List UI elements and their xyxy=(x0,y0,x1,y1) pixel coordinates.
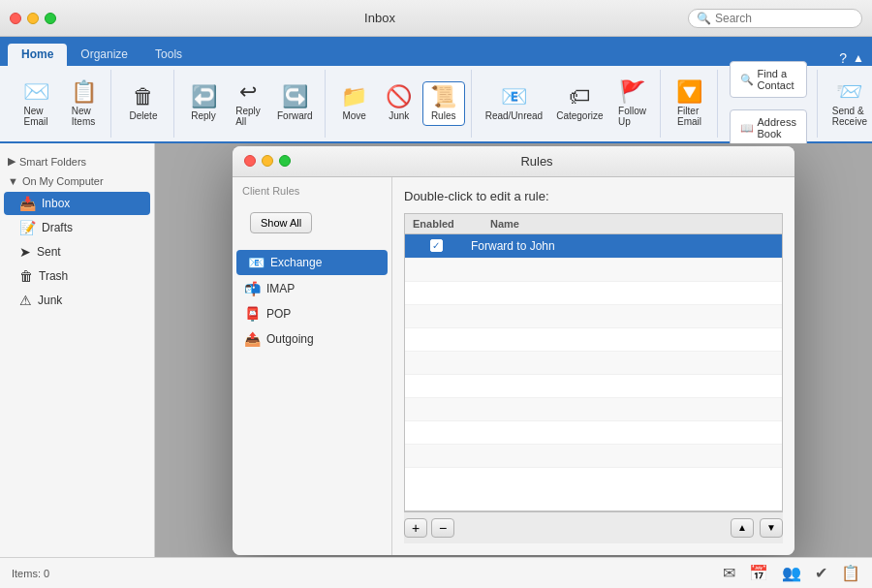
categorize-button[interactable]: 🏷 Categorize xyxy=(550,82,608,125)
rules-nav-pop[interactable]: 📮 POP xyxy=(233,301,391,326)
sidebar-item-trash[interactable]: 🗑 Trash xyxy=(4,264,150,288)
send-receive-button[interactable]: 📨 Send &Receive xyxy=(825,77,872,131)
address-book-button[interactable]: 📖 Address Book xyxy=(730,109,807,146)
reply-label: Reply xyxy=(191,110,216,121)
move-icon: 📁 xyxy=(341,86,367,108)
search-input[interactable] xyxy=(715,12,851,25)
reply-all-button[interactable]: ↩ ReplyAll xyxy=(227,77,269,131)
ribbon-group-filter: 🔽 FilterEmail xyxy=(663,70,718,138)
contacts-status-icon[interactable]: 👥 xyxy=(782,564,801,582)
table-row xyxy=(405,445,782,468)
ribbon-group-respond: ↩️ Reply ↩ ReplyAll ↪️ Forward xyxy=(176,70,326,138)
rules-button[interactable]: 📜 Rules xyxy=(422,81,465,126)
trash-icon: 🗑 xyxy=(19,268,33,284)
read-unread-button[interactable]: 📧 Read/Unread xyxy=(480,82,548,125)
delete-icon: 🗑 xyxy=(133,86,154,108)
find-contact-button[interactable]: 🔍 Find a Contact xyxy=(730,61,807,98)
filter-icon: 🔽 xyxy=(676,81,702,103)
reply-button[interactable]: ↩️ Reply xyxy=(182,82,225,125)
modal-title-bar: Rules xyxy=(233,146,794,177)
collapse-icon[interactable]: ▲ xyxy=(853,51,864,65)
categorize-icon: 🏷 xyxy=(569,86,590,108)
table-row xyxy=(405,305,782,328)
content-area: Rules Client Rules Show All 📧 xyxy=(155,143,872,557)
status-bar: Items: 0 ✉ 📅 👥 ✔ 📋 xyxy=(0,557,872,588)
read-unread-icon: 📧 xyxy=(501,86,527,108)
move-label: Move xyxy=(342,110,365,121)
tab-tools[interactable]: Tools xyxy=(141,44,196,66)
on-my-computer-label: On My Computer xyxy=(22,175,104,187)
rules-footer: + − ▲ ▼ xyxy=(404,511,783,543)
show-all-button[interactable]: Show All xyxy=(250,212,312,233)
find-contact-icon: 🔍 xyxy=(740,74,754,86)
client-rules-label: Client Rules xyxy=(242,185,299,197)
table-row[interactable]: ✓ Forward to John xyxy=(405,234,782,259)
window-controls xyxy=(10,13,56,24)
forward-icon: ↪️ xyxy=(282,86,308,108)
notes-status-icon[interactable]: 📋 xyxy=(841,564,860,582)
check-column: ✓ xyxy=(413,239,459,252)
sidebar-item-inbox[interactable]: 📥 Inbox xyxy=(4,192,150,215)
sidebar-item-junk[interactable]: ⚠ Junk xyxy=(4,289,150,312)
modal-maximize-button[interactable] xyxy=(279,155,291,167)
help-icon[interactable]: ? xyxy=(839,50,847,66)
new-items-label: NewItems xyxy=(72,106,95,127)
calendar-status-icon[interactable]: 📅 xyxy=(749,564,768,582)
sidebar-item-drafts[interactable]: 📝 Drafts xyxy=(4,216,150,239)
sent-icon: ➤ xyxy=(19,244,31,260)
items-count: Items: 0 xyxy=(12,568,49,579)
smart-folders-header[interactable]: ▶ Smart Folders xyxy=(0,151,154,171)
outgoing-icon: 📤 xyxy=(244,331,261,347)
imap-label: IMAP xyxy=(266,282,295,295)
enabled-checkbox[interactable]: ✓ xyxy=(430,239,443,252)
tasks-status-icon[interactable]: ✔ xyxy=(815,564,827,582)
read-unread-label: Read/Unread xyxy=(485,110,543,121)
rules-nav-outgoing[interactable]: 📤 Outgoing xyxy=(233,326,391,352)
new-email-button[interactable]: ✉️ NewEmail xyxy=(12,77,60,131)
find-contact-label: Find a Contact xyxy=(758,68,796,91)
move-rule-up-button[interactable]: ▲ xyxy=(731,518,754,538)
ribbon-group-tags: 📧 Read/Unread 🏷 Categorize 🚩 FollowUp xyxy=(474,70,661,138)
reply-all-icon: ↩ xyxy=(239,81,257,103)
rules-nav-exchange[interactable]: 📧 Exchange xyxy=(236,250,388,275)
minimize-button[interactable] xyxy=(27,13,39,24)
follow-up-button[interactable]: 🚩 FollowUp xyxy=(611,77,654,131)
tab-organize[interactable]: Organize xyxy=(67,44,141,66)
on-my-computer-chevron: ▼ xyxy=(8,175,18,187)
junk-button[interactable]: 🚫 Junk xyxy=(378,82,420,125)
junk-icon: 🚫 xyxy=(386,86,412,108)
smart-folders-label: Smart Folders xyxy=(19,156,86,168)
maximize-button[interactable] xyxy=(45,13,56,24)
rules-table-body: ✓ Forward to John xyxy=(404,234,783,511)
filter-email-button[interactable]: 🔽 FilterEmail xyxy=(669,77,711,131)
title-bar: Inbox 🔍 xyxy=(0,0,872,37)
modal-minimize-button[interactable] xyxy=(262,155,273,167)
exchange-icon: 📧 xyxy=(248,255,265,270)
new-items-button[interactable]: 📋 NewItems xyxy=(62,77,105,131)
mail-status-icon[interactable]: ✉ xyxy=(723,564,735,582)
remove-rule-button[interactable]: − xyxy=(431,518,454,538)
search-bar[interactable]: 🔍 xyxy=(688,9,862,28)
rules-sidebar: Client Rules Show All 📧 Exchange 📬 IMAP xyxy=(233,177,392,555)
address-book-label: Address Book xyxy=(758,116,796,139)
ribbon-group-send-receive: 📨 Send &Receive xyxy=(820,70,872,138)
ribbon-group-new: ✉️ NewEmail 📋 NewItems xyxy=(6,70,111,138)
ribbon-help: ? ▲ xyxy=(839,50,864,66)
move-rule-down-button[interactable]: ▼ xyxy=(760,518,783,538)
sidebar-item-sent[interactable]: ➤ Sent xyxy=(4,240,150,263)
on-my-computer-header[interactable]: ▼ On My Computer xyxy=(0,171,154,191)
enabled-header: Enabled xyxy=(413,218,471,230)
close-button[interactable] xyxy=(10,13,21,24)
rules-icon: 📜 xyxy=(430,86,456,108)
table-row xyxy=(405,352,782,375)
send-receive-label: Send &Receive xyxy=(832,106,867,127)
tab-home[interactable]: Home xyxy=(8,44,67,66)
status-bar-icons: ✉ 📅 👥 ✔ 📋 xyxy=(723,564,860,582)
rules-nav-imap[interactable]: 📬 IMAP xyxy=(233,276,391,301)
delete-button[interactable]: 🗑 Delete xyxy=(119,82,168,125)
modal-close-button[interactable] xyxy=(244,155,256,167)
add-rule-button[interactable]: + xyxy=(404,518,427,538)
forward-button[interactable]: ↪️ Forward xyxy=(271,82,319,125)
move-button[interactable]: 📁 Move xyxy=(333,82,376,125)
main-layout: ▶ Smart Folders ▼ On My Computer 📥 Inbox… xyxy=(0,143,872,557)
